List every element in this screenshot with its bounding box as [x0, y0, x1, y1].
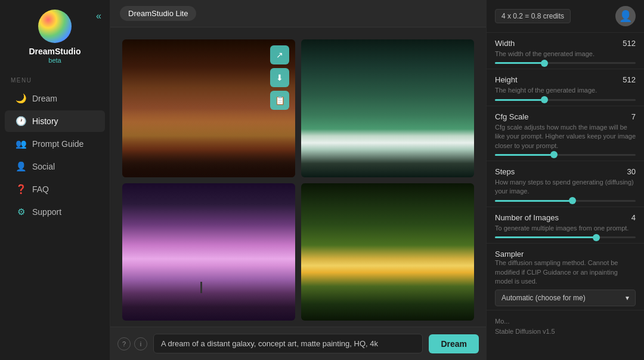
copy-button[interactable]: 📋 — [270, 91, 289, 110]
avatar[interactable]: 👤 — [615, 6, 636, 26]
credits-formula: 4 x 0.2 = 0.8 — [501, 12, 541, 20]
export-button[interactable]: ↗ — [270, 45, 289, 64]
height-header: Height 512 — [495, 75, 636, 84]
cfg-scale-header: Cfg Scale 7 — [495, 112, 636, 121]
cfg-scale-value: 7 — [631, 112, 636, 121]
steps-param: Steps 30 How many steps to spend generat… — [487, 161, 644, 207]
sidebar-item-social[interactable]: 👤 Social — [5, 156, 105, 177]
sidebar-item-faq[interactable]: ❓ FAQ — [5, 179, 105, 200]
num-images-slider-track[interactable] — [495, 236, 636, 238]
sampler-section: Sampler The diffusion sampling method. C… — [487, 244, 644, 310]
num-images-param: Number of Images 4 To generate multiple … — [487, 207, 644, 244]
height-param: Height 512 The height of the generated i… — [487, 69, 644, 106]
sidebar-item-support-label: Support — [32, 207, 61, 217]
sidebar-collapse-button[interactable]: « — [96, 11, 101, 21]
num-images-slider-fill — [495, 236, 596, 238]
main-content: DreamStudio Lite ↗ ⬇ 📋 ? i Dream — [110, 0, 486, 360]
cfg-scale-label: Cfg Scale — [495, 112, 528, 121]
model-section: Mo... Stable Diffusion v1.5 — [487, 310, 644, 344]
height-slider-thumb[interactable] — [541, 96, 548, 103]
generated-image-1[interactable]: ↗ ⬇ 📋 — [122, 39, 295, 177]
sampler-select[interactable]: Automatic (choose for me) ▾ — [495, 290, 636, 306]
model-label: Mo... — [495, 318, 509, 325]
prompt-input[interactable] — [153, 334, 423, 353]
sidebar-item-social-label: Social — [32, 162, 55, 171]
generated-image-4[interactable] — [301, 183, 474, 321]
dream-button[interactable]: Dream — [429, 334, 479, 353]
width-desc: The width of the generated image. — [495, 50, 636, 59]
download-button[interactable]: ⬇ — [270, 68, 289, 87]
sidebar-item-dream[interactable]: 🌙 Dream — [5, 88, 105, 109]
sidebar-item-history[interactable]: 🕐 History — [5, 110, 105, 132]
help-icon[interactable]: ? — [117, 337, 131, 350]
cfg-scale-slider-track[interactable] — [495, 154, 636, 156]
height-desc: The height of the generated image. — [495, 86, 636, 95]
credits-bar: 4 x 0.2 = 0.8 credits 👤 — [487, 0, 644, 33]
steps-label: Steps — [495, 167, 515, 176]
sidebar-item-support[interactable]: ⚙ Support — [5, 201, 105, 223]
sidebar-item-history-label: History — [32, 116, 58, 126]
prompt-icons: ? i — [117, 337, 147, 350]
prompt-guide-icon: 👥 — [16, 139, 26, 149]
num-images-value: 4 — [631, 213, 636, 222]
num-images-desc: To generate multiple images from one pro… — [495, 224, 636, 233]
cfg-scale-desc: Cfg scale adjusts how much the image wil… — [495, 123, 636, 150]
main-header: DreamStudio Lite — [110, 0, 486, 27]
steps-slider-track[interactable] — [495, 200, 636, 202]
right-panel: 4 x 0.2 = 0.8 credits 👤 Width 512 The wi… — [486, 0, 644, 360]
menu-label: MENU — [0, 71, 110, 87]
width-value: 512 — [623, 39, 636, 48]
faq-icon: ❓ — [16, 184, 26, 195]
width-slider-track[interactable] — [495, 62, 636, 64]
height-slider-fill — [495, 99, 544, 101]
sampler-label: Sampler — [495, 250, 636, 259]
brand-beta: beta — [48, 57, 61, 64]
steps-slider-fill — [495, 200, 572, 202]
brand-name: DreamStudio — [29, 47, 80, 56]
generated-image-2[interactable] — [301, 39, 474, 177]
support-icon: ⚙ — [16, 207, 26, 217]
sidebar-item-prompt-guide-label: Prompt Guide — [32, 139, 83, 149]
sidebar-header: « DreamStudio beta — [0, 0, 110, 71]
num-images-header: Number of Images 4 — [495, 213, 636, 222]
sidebar-item-faq-label: FAQ — [32, 184, 49, 194]
height-label: Height — [495, 75, 518, 84]
generated-image-3[interactable] — [122, 183, 295, 321]
logo-icon — [38, 10, 72, 43]
height-value: 512 — [623, 75, 636, 84]
sidebar: « DreamStudio beta MENU 🌙 Dream 🕐 Histor… — [0, 0, 110, 360]
steps-header: Steps 30 — [495, 167, 636, 176]
sampler-selected-value: Automatic (choose for me) — [501, 294, 586, 302]
num-images-label: Number of Images — [495, 213, 559, 222]
dream-icon: 🌙 — [16, 93, 26, 104]
cfg-scale-param: Cfg Scale 7 Cfg scale adjusts how much t… — [487, 106, 644, 161]
prompt-bar: ? i Dream — [110, 327, 486, 360]
width-param: Width 512 The width of the generated ima… — [487, 33, 644, 69]
steps-desc: How many steps to spend generating (diff… — [495, 178, 636, 196]
credits-label: credits — [543, 12, 564, 20]
sampler-desc: The diffusion sampling method. Cannot be… — [495, 259, 636, 286]
sidebar-item-dream-label: Dream — [32, 94, 57, 103]
credits-pill: 4 x 0.2 = 0.8 credits — [495, 9, 571, 23]
cfg-scale-slider-thumb[interactable] — [550, 151, 558, 158]
social-icon: 👤 — [16, 161, 26, 172]
width-label: Width — [495, 39, 515, 48]
steps-value: 30 — [627, 167, 636, 176]
steps-slider-thumb[interactable] — [569, 197, 576, 204]
width-header: Width 512 — [495, 39, 636, 48]
height-slider-track[interactable] — [495, 99, 636, 101]
sampler-chevron-icon: ▾ — [626, 294, 629, 302]
active-tab[interactable]: DreamStudio Lite — [120, 6, 196, 21]
width-slider-thumb[interactable] — [541, 60, 548, 67]
cfg-scale-slider-fill — [495, 154, 554, 156]
num-images-slider-thumb[interactable] — [593, 234, 600, 241]
action-buttons-1: ↗ ⬇ 📋 — [270, 45, 289, 110]
image-grid: ↗ ⬇ 📋 — [110, 27, 486, 327]
history-icon: 🕐 — [16, 116, 26, 127]
model-value: Stable Diffusion v1.5 — [495, 327, 636, 336]
info-icon[interactable]: i — [134, 337, 147, 350]
sidebar-item-prompt-guide[interactable]: 👥 Prompt Guide — [5, 133, 105, 155]
width-slider-fill — [495, 62, 544, 64]
